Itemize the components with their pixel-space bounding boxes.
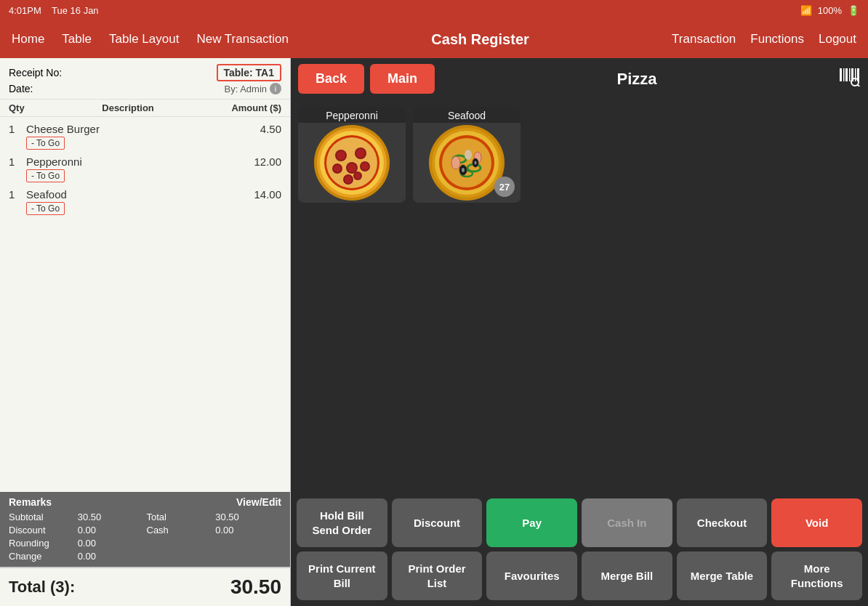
product-badge-seafood: 27 (494, 177, 515, 197)
print-order-list-button[interactable]: Print Order List (392, 552, 483, 600)
time: 4:01PM (9, 5, 41, 16)
product-card-seafood[interactable]: Seafood (413, 107, 521, 203)
barcode-search-icon[interactable] (839, 68, 861, 91)
item-amount: 4.50 (260, 123, 281, 135)
svg-point-40 (462, 168, 465, 172)
subtotal-label: Subtotal (9, 511, 75, 523)
cash-in-button[interactable]: Cash In (582, 498, 672, 547)
svg-point-42 (475, 161, 477, 165)
item-qty: 1 (9, 188, 26, 201)
receipt-grand-total: Total (3): 30.50 (0, 567, 290, 606)
favourites-button[interactable]: Favourites (486, 552, 577, 600)
table-badge: Table: TA1 (217, 64, 282, 81)
col-amount: Amount ($) (231, 102, 281, 113)
nav-bar: Home Table Table Layout New Transaction … (0, 20, 868, 58)
col-qty: Qty (9, 102, 25, 113)
pay-button[interactable]: Pay (486, 498, 577, 547)
cash-value: 0.00 (215, 524, 281, 536)
change-label: Change (9, 550, 75, 562)
product-card-pepperoni[interactable]: Pepperonni (298, 107, 406, 203)
category-title: Pizza (441, 70, 833, 89)
merge-bill-button[interactable]: Merge Bill (582, 552, 672, 600)
nav-left: Home Table Table Layout New Transaction (12, 32, 289, 47)
item-tag: - To Go (26, 202, 65, 215)
rounding-label: Rounding (9, 537, 75, 549)
wifi-icon: 📶 (800, 5, 812, 16)
item-tag: - To Go (26, 169, 65, 182)
svg-point-25 (345, 176, 352, 183)
main-button[interactable]: Main (370, 64, 435, 94)
grand-total-label: Total (3): (9, 578, 75, 597)
nav-transaction[interactable]: Transaction (672, 32, 736, 47)
receipt-totals: Remarks View/Edit Subtotal 30.50 Total 3… (0, 492, 290, 567)
product-grid: Pepperonni (291, 100, 868, 493)
nav-table-layout[interactable]: Table Layout (109, 32, 179, 47)
svg-line-8 (858, 84, 861, 86)
view-edit-btn[interactable]: View/Edit (236, 496, 281, 508)
subtotal-value: 30.50 (78, 511, 144, 523)
product-area: Back Main Pizza (291, 58, 868, 493)
receipt-item[interactable]: 1 Seafood 14.00 - To Go (0, 185, 290, 218)
svg-rect-3 (849, 68, 851, 81)
svg-point-32 (442, 138, 491, 187)
receipt-no-label: Receipt No: (9, 67, 62, 78)
svg-point-15 (337, 151, 345, 160)
svg-point-38 (465, 150, 472, 160)
col-desc: Description (102, 102, 154, 113)
admin-label: By: Admin (224, 84, 267, 94)
receipt-columns: Qty Description Amount ($) (0, 100, 290, 117)
item-desc: Cheese Burger (26, 123, 260, 135)
receipt-item[interactable]: 1 Cheese Burger 4.50 - To Go (0, 120, 290, 153)
receipt-items: 1 Cheese Burger 4.50 - To Go 1 Pepperonn… (0, 117, 290, 492)
svg-rect-1 (843, 68, 845, 81)
date-label: Date: (9, 83, 33, 94)
item-desc: Seafood (26, 188, 254, 201)
svg-rect-5 (855, 68, 856, 81)
item-amount: 14.00 (254, 188, 281, 201)
print-current-bill-button[interactable]: Print Current Bill (297, 552, 387, 600)
back-button[interactable]: Back (298, 64, 364, 94)
svg-rect-2 (845, 68, 848, 81)
svg-rect-0 (840, 68, 842, 81)
info-icon[interactable]: i (270, 83, 281, 94)
nav-home[interactable]: Home (12, 32, 44, 47)
receipt-header: Receipt No: Table: TA1 Date: By: Admin i (0, 58, 290, 100)
receipt-item[interactable]: 1 Pepperonni 12.00 - To Go (0, 153, 290, 185)
void-button[interactable]: Void (771, 498, 862, 547)
action-buttons: Hold BillSend Order Discount Pay Cash In… (291, 493, 868, 606)
totals-header: Remarks View/Edit (9, 496, 281, 508)
nav-title: Cash Register (289, 31, 672, 48)
discount-button[interactable]: Discount (392, 498, 483, 547)
svg-point-36 (451, 156, 460, 169)
status-right: 📶 100% 🔋 (800, 5, 859, 16)
totals-grid: Subtotal 30.50 Total 30.50 Discount 0.00… (9, 511, 281, 562)
total-label: Total (147, 511, 213, 523)
status-time-date: 4:01PM Tue 16 Jan (9, 5, 99, 16)
total-value: 30.50 (215, 511, 281, 523)
change-value: 0.00 (78, 550, 144, 562)
svg-point-21 (334, 165, 341, 172)
product-label: Pepperonni (298, 107, 406, 123)
checkout-button[interactable]: Checkout (677, 498, 768, 547)
product-nav: Back Main Pizza (291, 58, 868, 100)
svg-point-23 (361, 163, 369, 170)
more-functions-button[interactable]: More Functions (771, 552, 862, 600)
nav-functions[interactable]: Functions (750, 32, 804, 47)
nav-right: Transaction Functions Logout (672, 32, 856, 47)
nav-new-transaction[interactable]: New Transaction (196, 32, 289, 47)
merge-table-button[interactable]: Merge Table (677, 552, 768, 600)
item-tag: - To Go (26, 137, 65, 150)
svg-point-19 (347, 163, 356, 172)
nav-logout[interactable]: Logout (819, 32, 856, 47)
item-desc: Pepperonni (26, 155, 254, 168)
item-amount: 12.00 (254, 155, 281, 168)
battery-icon: 🔋 (848, 5, 859, 16)
by-admin: By: Admin i (224, 83, 281, 94)
receipt-panel: Receipt No: Table: TA1 Date: By: Admin i… (0, 58, 291, 606)
main-layout: Receipt No: Table: TA1 Date: By: Admin i… (0, 58, 868, 606)
item-qty: 1 (9, 155, 26, 168)
cash-label: Cash (147, 524, 213, 536)
rounding-value: 0.00 (78, 537, 144, 549)
nav-table[interactable]: Table (62, 32, 92, 47)
hold-bill-send-order-button[interactable]: Hold BillSend Order (297, 498, 387, 547)
